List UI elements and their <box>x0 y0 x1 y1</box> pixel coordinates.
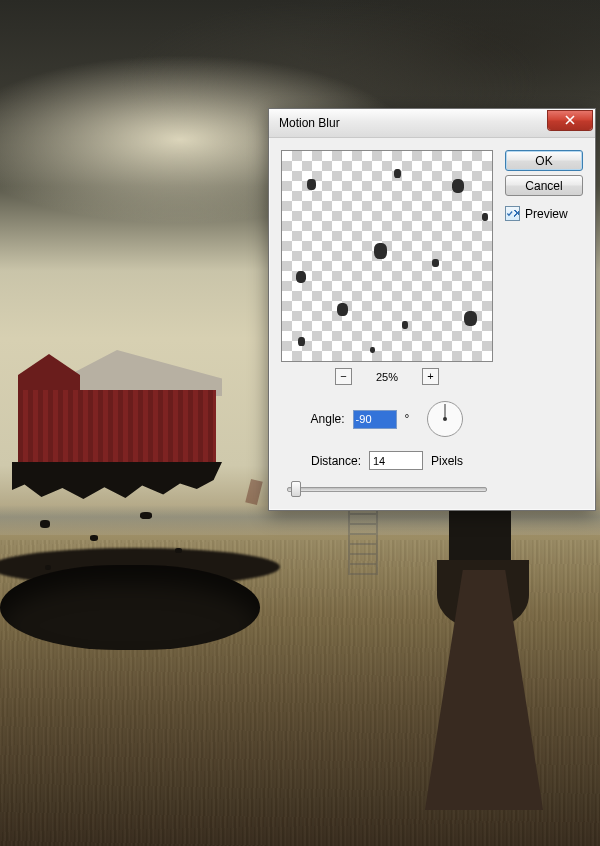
zoom-out-button[interactable]: − <box>335 368 352 385</box>
windsock <box>245 479 262 505</box>
distance-input[interactable] <box>369 451 423 470</box>
minus-icon: − <box>340 371 346 382</box>
angle-label: Angle: <box>311 412 345 426</box>
preview-checkbox-label: Preview <box>525 207 568 221</box>
check-icon <box>506 208 514 219</box>
distance-slider[interactable] <box>287 480 487 496</box>
zoom-in-button[interactable]: + <box>422 368 439 385</box>
angle-dial[interactable] <box>427 401 463 437</box>
zoom-percentage: 25% <box>370 371 404 383</box>
dialog-title: Motion Blur <box>279 116 548 130</box>
slider-track <box>287 487 487 492</box>
floating-barn <box>12 350 222 495</box>
debris <box>45 565 51 570</box>
preview-checkbox[interactable] <box>505 206 520 221</box>
slider-thumb[interactable] <box>291 481 301 497</box>
distance-label: Distance: <box>311 454 361 468</box>
cancel-button[interactable]: Cancel <box>505 175 583 196</box>
dialog-titlebar[interactable]: Motion Blur <box>269 109 595 138</box>
motion-blur-dialog: Motion Blur <box>268 108 596 511</box>
debris <box>140 512 152 519</box>
debris <box>40 520 50 528</box>
crater <box>0 565 260 650</box>
debris <box>175 548 182 553</box>
close-button[interactable] <box>548 111 592 130</box>
close-icon <box>565 115 575 125</box>
filter-preview[interactable] <box>281 150 493 362</box>
debris <box>90 535 98 541</box>
plus-icon: + <box>427 371 433 382</box>
angle-hub <box>443 417 447 421</box>
degree-symbol: ° <box>405 412 410 426</box>
female-figure <box>407 460 552 830</box>
ok-button[interactable]: OK <box>505 150 583 171</box>
angle-input[interactable] <box>353 410 397 429</box>
distance-unit: Pixels <box>431 454 463 468</box>
